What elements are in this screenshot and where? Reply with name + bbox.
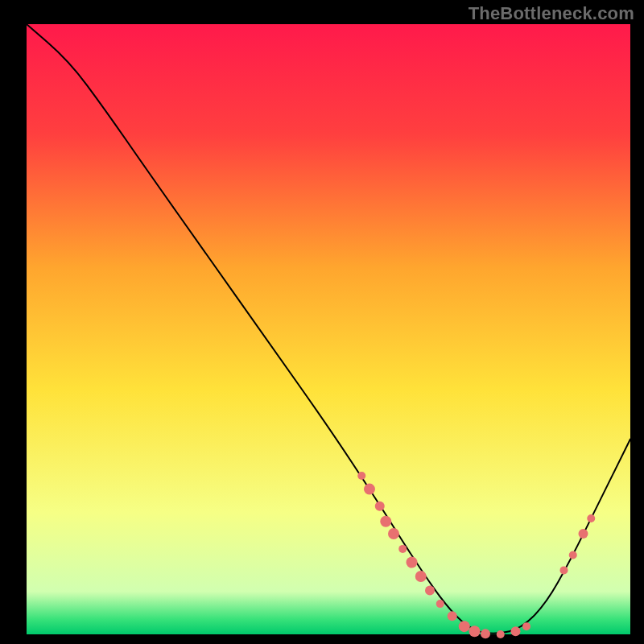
data-marker xyxy=(569,551,577,559)
data-marker xyxy=(560,566,568,574)
data-marker xyxy=(448,611,457,621)
data-marker xyxy=(364,484,375,495)
bottleneck-chart xyxy=(0,0,644,644)
data-marker xyxy=(357,472,365,480)
gradient-background xyxy=(27,24,630,634)
data-marker xyxy=(388,528,399,539)
data-marker xyxy=(481,629,490,638)
data-marker xyxy=(469,625,481,637)
data-marker xyxy=(522,622,530,630)
data-marker xyxy=(398,545,407,553)
data-marker xyxy=(380,516,391,527)
data-marker xyxy=(459,621,470,632)
data-marker xyxy=(497,630,505,638)
data-marker xyxy=(375,502,385,511)
data-marker xyxy=(579,529,588,539)
watermark-text: TheBottleneck.com xyxy=(469,3,634,24)
chart-container: TheBottleneck.com xyxy=(0,0,644,644)
data-marker xyxy=(415,571,427,582)
data-marker xyxy=(511,626,521,636)
data-marker xyxy=(436,600,444,608)
data-marker xyxy=(425,585,435,595)
data-marker xyxy=(407,557,418,568)
data-marker xyxy=(587,514,595,522)
